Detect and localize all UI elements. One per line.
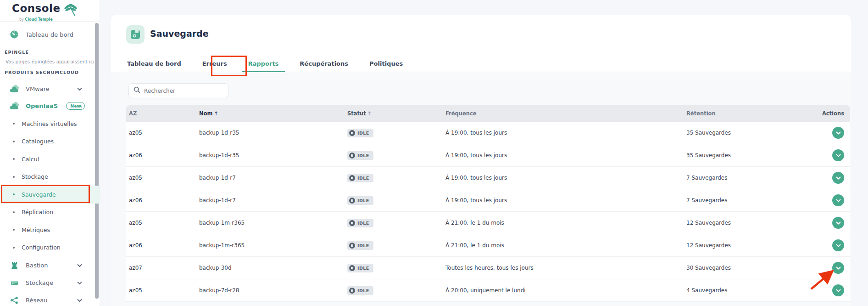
chevron-down-icon <box>836 131 841 135</box>
sidebar-subitem[interactable]: Réplication <box>0 204 100 221</box>
cell-name: backup-1m-r365 <box>199 242 347 249</box>
cell-status: IDLE <box>347 151 445 160</box>
chevron-down-icon <box>77 85 82 92</box>
search-icon <box>134 86 140 95</box>
dragonfly-logo-icon <box>61 2 80 19</box>
expand-row-button[interactable] <box>832 149 844 161</box>
cell-status: IDLE <box>347 196 445 205</box>
expand-row-button[interactable] <box>832 284 844 296</box>
sidebar-subitem[interactable]: Métriques <box>0 221 100 239</box>
pause-circle-icon <box>349 153 355 159</box>
products-header: PRODUITS SECNUMCLOUD <box>5 70 79 75</box>
cell-name: backup-30d <box>199 265 347 271</box>
sidebar-item-vmware[interactable]: VMware <box>0 82 100 95</box>
cell-az: az05 <box>126 175 199 181</box>
castle-icon <box>8 261 20 270</box>
chevron-down-icon <box>836 221 841 225</box>
pause-circle-icon <box>349 198 355 204</box>
table-row: az06 backup-1d-r35 IDLE <box>126 144 850 167</box>
pinned-note: Vos pages épinglées apparaissent ici <box>6 59 95 64</box>
search-input[interactable] <box>144 88 223 94</box>
cell-name: backup-7d-r28 <box>199 287 347 294</box>
sidebar: Console by Cloud Temple <box>0 0 100 306</box>
tab-politiques[interactable]: Politiques <box>363 58 409 72</box>
tab-erreurs[interactable]: Erreurs <box>196 58 234 72</box>
cell-retention: 7 Sauvegardes <box>686 175 816 181</box>
sidebar-subitem[interactable]: Catalogues <box>0 133 100 151</box>
cloud-icon <box>8 101 20 110</box>
cell-retention: 12 Sauvegardes <box>686 242 816 249</box>
cell-retention: 7 Sauvegardes <box>686 197 816 204</box>
cell-retention: 35 Sauvegardes <box>686 130 816 136</box>
column-header-az[interactable]: AZ <box>126 110 199 117</box>
sidebar-subitem-label: Métriques <box>22 227 50 233</box>
pause-circle-icon <box>349 130 355 136</box>
sidebar-subitem[interactable]: Configuration <box>0 239 100 257</box>
cell-actions <box>816 262 850 274</box>
column-header-retention[interactable]: Rétention <box>686 110 816 117</box>
expand-row-button[interactable] <box>832 194 844 206</box>
cell-actions <box>816 194 850 206</box>
status-badge: IDLE <box>347 129 373 137</box>
cell-az: az07 <box>126 265 199 271</box>
cell-az: az05 <box>126 130 199 136</box>
tabs: Tableau de bord Erreurs Rapports Récupér… <box>121 58 851 72</box>
logo[interactable]: Console by Cloud Temple <box>0 0 100 22</box>
sidebar-subitem[interactable]: Stockage <box>0 168 100 186</box>
column-header-statut[interactable]: Statut↑ <box>347 110 445 117</box>
pause-circle-icon <box>349 265 355 271</box>
status-badge: IDLE <box>347 286 373 295</box>
chevron-down-icon <box>836 154 841 157</box>
sidebar-item-label: VMware <box>26 85 50 92</box>
sidebar-item-stockage[interactable]: Stockage <box>0 276 100 289</box>
cell-status: IDLE <box>347 264 445 272</box>
pause-circle-icon <box>349 243 355 249</box>
sauvegarde-page-icon <box>126 25 145 44</box>
table-row: az05 backup-1d-r7 IDLE <box>126 167 850 189</box>
cell-frequency: Toutes les heures, tous les jours <box>445 265 686 271</box>
status-badge: IDLE <box>347 264 373 272</box>
expand-row-button[interactable] <box>832 217 844 229</box>
pause-circle-icon <box>349 175 355 181</box>
expand-row-button[interactable] <box>832 262 844 274</box>
bullet-icon <box>13 141 15 142</box>
tab-tableau-de-bord[interactable]: Tableau de bord <box>121 58 188 72</box>
column-header-frequence[interactable]: Fréquence <box>445 110 686 117</box>
cell-frequency: À 20:00, uniquement le lundi <box>445 287 686 294</box>
sidebar-item-reseau[interactable]: Réseau <box>0 294 100 306</box>
cell-actions <box>816 172 850 184</box>
column-header-nom[interactable]: Nom↑ <box>199 110 347 117</box>
bullet-icon <box>13 193 15 195</box>
tab-recuperations[interactable]: Récupérations <box>293 58 355 72</box>
openiaas-submenu: Machines virtuelles Catalogues Calcul St… <box>0 115 100 256</box>
sidebar-subitem-label: Réplication <box>22 209 53 215</box>
cell-actions <box>816 127 850 139</box>
sidebar-subitem[interactable]: Calcul <box>0 150 100 168</box>
chevron-down-icon <box>836 244 841 247</box>
sidebar-subitem[interactable]: Sauvegarde <box>0 186 100 204</box>
sidebar-subitem[interactable]: Machines virtuelles <box>0 115 100 133</box>
status-badge: IDLE <box>347 241 373 250</box>
chevron-up-icon <box>77 102 82 109</box>
backups-table: AZ Nom↑ Statut↑ Fréquence Rétention Acti… <box>126 105 850 302</box>
chevron-down-icon <box>836 199 841 202</box>
cell-frequency: À 19:00, tous les jours <box>445 175 686 181</box>
cell-actions <box>816 284 850 296</box>
sidebar-subitem-label: Catalogues <box>22 138 54 145</box>
main-area: Sauvegarde Tableau de bord Erreurs Rappo… <box>100 0 868 306</box>
expand-row-button[interactable] <box>832 172 844 184</box>
sidebar-item-bastion[interactable]: Bastion <box>0 259 100 272</box>
expand-row-button[interactable] <box>832 127 844 139</box>
sidebar-subitem-label: Calcul <box>22 156 39 163</box>
table-header: AZ Nom↑ Statut↑ Fréquence Rétention Acti… <box>126 105 850 122</box>
bullet-icon <box>13 229 15 231</box>
sidebar-item-openiaas[interactable]: OpenIaaS New <box>0 99 100 112</box>
pinned-header: ÉPINGLÉ <box>5 50 29 55</box>
expand-row-button[interactable] <box>832 239 844 251</box>
logo-subtitle: by Cloud Temple <box>19 17 100 22</box>
cell-retention: 30 Sauvegardes <box>686 265 816 271</box>
table-row: az05 backup-1m-r365 IDLE <box>126 212 850 234</box>
tab-rapports[interactable]: Rapports <box>242 58 285 72</box>
cell-az: az06 <box>126 152 199 159</box>
sidebar-item-dashboard[interactable]: Tableau de bord <box>0 28 100 41</box>
